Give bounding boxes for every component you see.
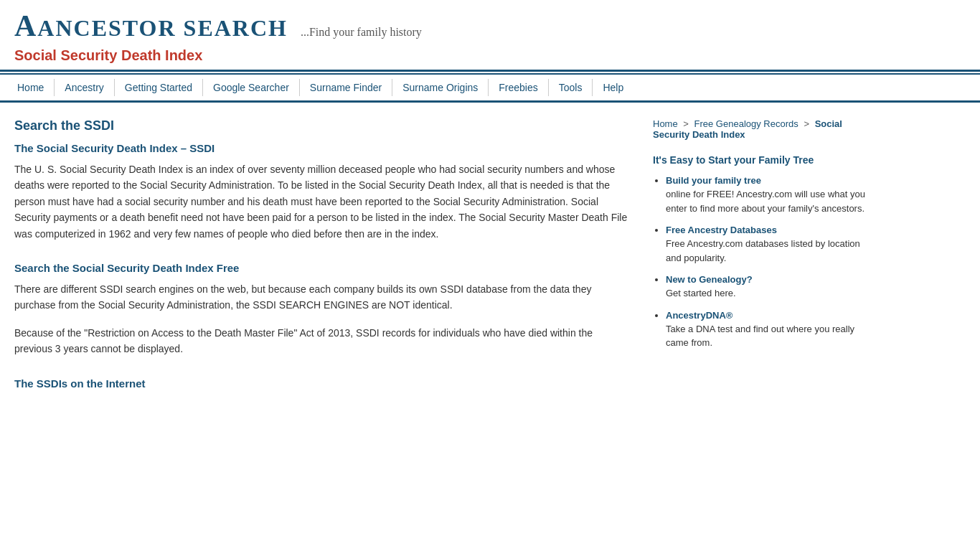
nav-item-google-searcher: Google Searcher <box>203 79 300 96</box>
nav-link-google-searcher[interactable]: Google Searcher <box>203 79 299 96</box>
sidebar: Home > Free Genealogy Records > Social S… <box>653 118 868 410</box>
sidebar-heading: It's Easy to Start your Family Tree <box>653 154 868 166</box>
logo-area: AAncestor Search ...Find your family his… <box>14 9 966 43</box>
nav-item-ancestry: Ancestry <box>55 79 114 96</box>
section-heading: Search the SSDI <box>14 118 631 133</box>
nav-item-surname-finder: Surname Finder <box>300 79 392 96</box>
nav-divider-top <box>0 70 980 72</box>
breadcrumb-free-genealogy[interactable]: Free Genealogy Records <box>694 118 798 129</box>
sub-heading-2: Search the Social Security Death Index F… <box>14 262 631 274</box>
sidebar-list-item-2: New to Genealogy?Get started here. <box>666 273 868 301</box>
nav-item-surname-origins: Surname Origins <box>392 79 489 96</box>
nav-link-ancestry[interactable]: Ancestry <box>55 79 113 96</box>
nav-link-surname-origins[interactable]: Surname Origins <box>392 79 488 96</box>
nav-divider-bottom2 <box>0 100 980 103</box>
nav-link-getting-started[interactable]: Getting Started <box>115 79 202 96</box>
nav-link-freebies[interactable]: Freebies <box>489 79 547 96</box>
section-block-3: The SSDIs on the Internet <box>14 377 631 390</box>
sub-heading-3: The SSDIs on the Internet <box>14 377 631 390</box>
breadcrumb-home[interactable]: Home <box>653 118 678 129</box>
logo-tagline: ...Find your family history <box>301 26 422 39</box>
sidebar-desc-2: Get started here. <box>666 286 868 301</box>
nav-item-getting-started: Getting Started <box>115 79 203 96</box>
sidebar-list-item-0: Build your family treeonline for FREE! A… <box>666 174 868 215</box>
breadcrumb: Home > Free Genealogy Records > Social S… <box>653 118 868 140</box>
nav-item-freebies: Freebies <box>489 79 548 96</box>
logo-big-a: A <box>14 9 37 42</box>
body-text-2a: There are different SSDI search engines … <box>14 281 631 314</box>
nav-item-tools: Tools <box>549 79 593 96</box>
sidebar-list-item-3: AncestryDNA®Take a DNA test and find out… <box>666 309 868 350</box>
nav-link-home[interactable]: Home <box>7 79 54 96</box>
sub-heading-1: The Social Security Death Index – SSDI <box>14 142 631 154</box>
sidebar-desc-3: Take a DNA test and find out where you r… <box>666 322 868 350</box>
nav-item-help: Help <box>593 79 633 96</box>
nav-link-tools[interactable]: Tools <box>549 79 593 96</box>
sidebar-link-2[interactable]: New to Genealogy? <box>666 274 753 285</box>
sidebar-link-3[interactable]: AncestryDNA® <box>666 310 732 321</box>
nav-items: HomeAncestryGetting StartedGoogle Search… <box>7 75 973 100</box>
header: AAncestor Search ...Find your family his… <box>0 0 980 70</box>
content-wrapper: Search the SSDI The Social Security Deat… <box>0 104 980 424</box>
body-text-1: The U. S. Social Security Death Index is… <box>14 161 631 242</box>
bc-sep-1: > <box>683 118 689 129</box>
main-content: Search the SSDI The Social Security Deat… <box>14 118 631 410</box>
sidebar-desc-1: Free Ancestry.com databases listed by lo… <box>666 237 868 265</box>
navbar: HomeAncestryGetting StartedGoogle Search… <box>0 75 980 100</box>
page-subtitle: Social Security Death Index <box>14 47 966 64</box>
nav-item-home: Home <box>7 79 55 96</box>
body-text-2b: Because of the "Restriction on Access to… <box>14 325 631 357</box>
sidebar-link-1[interactable]: Free Ancestry Databases <box>666 225 777 235</box>
sidebar-desc-0: online for FREE! Ancestry.com will use w… <box>666 187 868 215</box>
logo-name: Ancestor Search <box>37 15 288 41</box>
sidebar-section: It's Easy to Start your Family Tree Buil… <box>653 154 868 350</box>
sidebar-list-item-1: Free Ancestry DatabasesFree Ancestry.com… <box>666 224 868 265</box>
bc-sep-2: > <box>804 118 809 129</box>
section-block-1: The Social Security Death Index – SSDI T… <box>14 142 631 242</box>
nav-link-help[interactable]: Help <box>593 79 633 96</box>
sidebar-list: Build your family treeonline for FREE! A… <box>653 174 868 350</box>
section-block-2: Search the Social Security Death Index F… <box>14 262 631 357</box>
nav-link-surname-finder[interactable]: Surname Finder <box>300 79 392 96</box>
site-logo[interactable]: AAncestor Search <box>14 9 288 43</box>
sidebar-link-0[interactable]: Build your family tree <box>666 175 761 186</box>
